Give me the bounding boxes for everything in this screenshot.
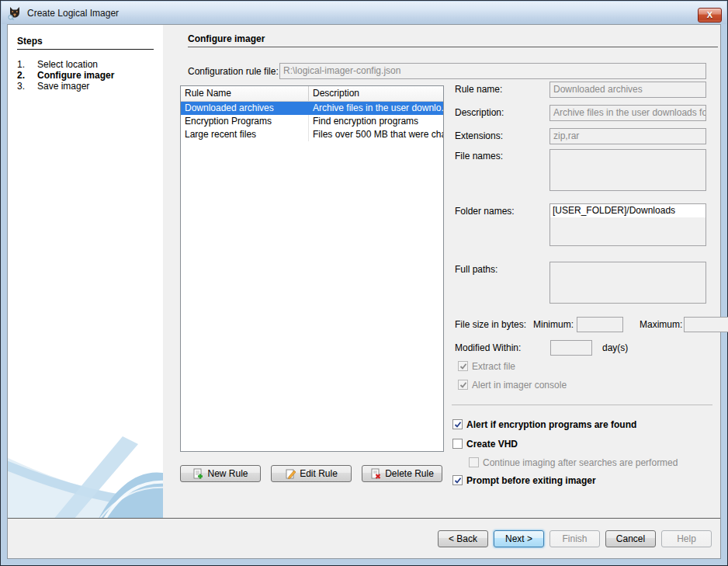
- checkbox-unchecked-icon: [452, 439, 463, 449]
- form-divider: [452, 405, 712, 405]
- finish-label: Finish: [562, 533, 587, 544]
- checkbox-checked-disabled-icon: [458, 380, 468, 390]
- config-rule-file-label: Configuration rule file:: [188, 66, 279, 77]
- create-vhd-checkbox[interactable]: Create VHD: [452, 438, 518, 450]
- next-button[interactable]: Next >: [494, 530, 544, 547]
- step-number: 1.: [17, 59, 25, 70]
- continue-imaging-label: Continue imaging after searches are perf…: [483, 457, 678, 468]
- cell-rule-name: Encryption Programs: [181, 115, 309, 128]
- cell-rule-name: Large recent files: [181, 128, 309, 141]
- help-button: Help: [661, 530, 712, 547]
- heading-divider: [188, 47, 718, 47]
- window-title: Create Logical Imager: [27, 8, 119, 19]
- delete-rule-button[interactable]: Delete Rule: [362, 465, 442, 482]
- delete-rule-icon: [370, 468, 382, 480]
- rule-name-label: Rule name:: [455, 84, 502, 95]
- steps-divider: [17, 49, 154, 50]
- step-number: 3.: [17, 81, 25, 92]
- help-label: Help: [677, 533, 696, 544]
- edit-rule-button[interactable]: Edit Rule: [271, 465, 352, 482]
- wizard-button-bar: < Back Next > Finish Cancel Help: [8, 518, 720, 558]
- cancel-label: Cancel: [616, 533, 645, 544]
- table-header: Rule Name Description: [181, 86, 443, 102]
- autopsy-dog-icon: [7, 5, 23, 21]
- delete-rule-label: Delete Rule: [385, 468, 434, 479]
- alert-encryption-checkbox[interactable]: Alert if encryption programs are found: [452, 418, 636, 430]
- minimum-label: Minimum:: [533, 319, 574, 330]
- extensions-label: Extensions:: [455, 130, 503, 141]
- step-item-select-location: 1. Select location: [8, 59, 163, 70]
- back-label: < Back: [449, 533, 477, 544]
- extract-file-label: Extract file: [472, 361, 515, 372]
- days-suffix-label: day(s): [602, 342, 628, 353]
- step-label: Configure imager: [37, 70, 114, 81]
- maximum-field: [684, 317, 728, 332]
- new-rule-icon: [192, 468, 204, 480]
- page-title: Configure imager: [188, 33, 265, 44]
- decorative-swoosh-graphic: [8, 429, 163, 520]
- modified-within-field: [550, 340, 592, 356]
- column-header-rule-name[interactable]: Rule Name: [181, 86, 309, 101]
- rule-name-field: Downloaded archives: [549, 82, 706, 98]
- full-paths-field: [549, 262, 706, 304]
- folder-names-list: [USER_FOLDER]/Downloads: [549, 203, 706, 246]
- edit-rule-label: Edit Rule: [300, 468, 338, 479]
- cell-description: Files over 500 MB that were cha...: [309, 128, 443, 141]
- close-button[interactable]: X: [698, 8, 722, 23]
- steps-panel: Steps 1. Select location 2. Configure im…: [8, 25, 163, 520]
- alert-encryption-label: Alert if encryption programs are found: [466, 419, 636, 430]
- create-logical-imager-dialog: Create Logical Imager X Steps 1. Select …: [0, 0, 728, 566]
- step-label: Save imager: [37, 81, 89, 92]
- file-names-field: [549, 149, 706, 191]
- file-names-label: File names:: [455, 151, 503, 161]
- checkbox-unchecked-disabled-icon: [469, 457, 479, 467]
- back-button[interactable]: < Back: [438, 530, 488, 547]
- minimum-field: [577, 317, 623, 332]
- modified-within-label: Modified Within:: [455, 342, 521, 353]
- column-header-description[interactable]: Description: [309, 86, 443, 101]
- title-bar[interactable]: Create Logical Imager X: [2, 2, 726, 24]
- new-rule-label: New Rule: [207, 468, 248, 479]
- edit-rule-icon: [285, 468, 296, 480]
- checkbox-checked-disabled-icon: [458, 361, 468, 371]
- cell-description: Archive files in the user downlo...: [309, 102, 443, 115]
- step-item-configure-imager: 2. Configure imager: [8, 70, 163, 81]
- dialog-content: Steps 1. Select location 2. Configure im…: [7, 24, 721, 559]
- checkbox-checked-icon: [452, 419, 463, 429]
- prompt-exit-checkbox[interactable]: Prompt before exiting imager: [452, 474, 596, 486]
- description-field: Archive files in the user downloads fold…: [549, 105, 706, 121]
- step-number: 2.: [17, 70, 25, 81]
- alert-in-imager-console-label: Alert in imager console: [472, 380, 567, 391]
- finish-button: Finish: [549, 530, 600, 547]
- table-row[interactable]: Large recent files Files over 500 MB tha…: [181, 128, 443, 141]
- new-rule-button[interactable]: New Rule: [180, 465, 261, 482]
- full-paths-label: Full paths:: [455, 264, 497, 275]
- description-label: Description:: [455, 107, 504, 118]
- prompt-exit-label: Prompt before exiting imager: [466, 475, 596, 486]
- folder-names-label: Folder names:: [455, 206, 515, 217]
- checkbox-checked-icon: [452, 475, 463, 485]
- configure-imager-panel: Configure imager Configuration rule file…: [163, 25, 720, 520]
- step-item-save-imager: 3. Save imager: [8, 81, 163, 92]
- rules-table[interactable]: Rule Name Description Downloaded archive…: [180, 85, 444, 452]
- folder-names-item: [USER_FOLDER]/Downloads: [550, 204, 705, 217]
- extract-file-checkbox: Extract file: [458, 360, 515, 372]
- extensions-field: zip,rar: [549, 128, 706, 144]
- cancel-button[interactable]: Cancel: [605, 530, 656, 547]
- table-row[interactable]: Encryption Programs Find encryption prog…: [181, 115, 443, 128]
- maximum-label: Maximum:: [640, 319, 682, 330]
- alert-in-imager-console-checkbox: Alert in imager console: [458, 379, 567, 391]
- continue-imaging-checkbox: Continue imaging after searches are perf…: [469, 457, 678, 468]
- steps-title: Steps: [17, 36, 43, 47]
- file-size-label: File size in bytes:: [455, 319, 526, 330]
- create-vhd-label: Create VHD: [466, 439, 518, 450]
- cell-rule-name: Downloaded archives: [181, 102, 309, 115]
- config-rule-file-field: R:\logical-imager-config.json: [279, 63, 706, 79]
- table-row[interactable]: Downloaded archives Archive files in the…: [181, 102, 443, 115]
- step-label: Select location: [37, 59, 98, 70]
- cell-description: Find encryption programs: [309, 115, 443, 128]
- close-icon: X: [707, 11, 712, 19]
- next-label: Next >: [505, 533, 532, 544]
